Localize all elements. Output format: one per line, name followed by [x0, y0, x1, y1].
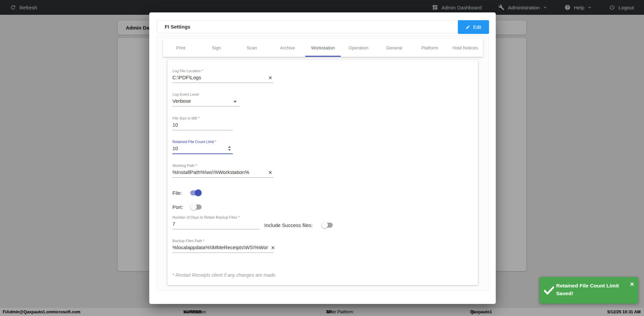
log-file-location-input[interactable]: [172, 75, 274, 83]
dialog-header: FI Settings Edit: [157, 20, 489, 33]
edit-button[interactable]: Edit: [458, 20, 489, 34]
toggle-thumb: [190, 204, 197, 210]
required-mark: *: [215, 140, 216, 144]
file-size-input[interactable]: [172, 122, 233, 130]
tab-scan[interactable]: Scan: [234, 39, 270, 57]
file-toggle-row: File:: [172, 188, 202, 197]
days-to-retain-input[interactable]: [172, 221, 260, 229]
port-toggle-row: Port:: [172, 202, 202, 211]
log-file-location-label: Log File Location *: [172, 69, 274, 73]
working-path-input[interactable]: [172, 169, 274, 178]
retained-file-count-field: Retained File Count Limit *: [172, 140, 233, 154]
tab-hold-notices[interactable]: Hold Notices: [447, 39, 483, 57]
log-event-level-select[interactable]: Verbose: [172, 98, 239, 106]
working-path-field: Working Path * ✕: [172, 164, 274, 178]
port-toggle-label: Port:: [172, 204, 190, 210]
checkmark-icon: [544, 286, 554, 295]
port-toggle[interactable]: [190, 205, 202, 210]
clear-icon[interactable]: ✕: [271, 245, 275, 250]
include-success-toggle[interactable]: [321, 223, 333, 228]
dialog-title: FI Settings: [157, 24, 191, 30]
tab-sign[interactable]: Sign: [199, 39, 234, 57]
toast-message-line1: Retained File Count Limit: [556, 282, 623, 289]
backup-files-path-label: Backup Files Path *: [172, 239, 274, 243]
file-toggle-label: File:: [172, 190, 190, 196]
success-toast: Retained File Count Limit Saved! ✕: [539, 277, 638, 304]
tab-archive[interactable]: Archive: [270, 39, 305, 57]
file-size-label: File Size in MB *: [172, 116, 233, 120]
spinner-up-icon[interactable]: [228, 146, 231, 148]
tab-platform[interactable]: Platform: [412, 39, 447, 57]
days-to-retain-field: Number of Days to Retain Backup Files *: [172, 215, 260, 229]
clear-icon[interactable]: ✕: [268, 75, 272, 80]
restart-note: * Restart Receipts client if any changes…: [172, 272, 277, 278]
include-success-label: Include Success files:: [264, 222, 313, 228]
pencil-icon: [466, 25, 470, 30]
toast-message: Retained File Count Limit Saved!: [556, 282, 623, 297]
file-toggle[interactable]: [190, 190, 202, 195]
tab-operation[interactable]: Operation: [341, 39, 376, 57]
clear-icon[interactable]: ✕: [268, 170, 272, 175]
tab-print[interactable]: Print: [163, 39, 199, 57]
working-path-label: Working Path *: [172, 164, 274, 168]
include-success-row: Include Success files:: [264, 221, 333, 229]
toast-close-icon[interactable]: ✕: [630, 282, 634, 287]
workstation-settings-form: Log File Location * ✕ Log Event Level Ve…: [167, 60, 478, 285]
fi-settings-dialog: FI Settings Edit Print Sign Scan Archive…: [149, 12, 496, 304]
backup-files-path-field: Backup Files Path * ✕: [172, 239, 274, 253]
log-event-level-label: Log Event Level: [172, 92, 239, 96]
settings-tab-panel: Print Sign Scan Archive Workstation Oper…: [157, 36, 489, 291]
toggle-thumb: [195, 189, 202, 196]
log-file-location-field: Log File Location * ✕: [172, 69, 274, 83]
number-spinner[interactable]: [228, 146, 231, 151]
retained-file-count-input[interactable]: [172, 145, 233, 154]
backup-files-path-input[interactable]: [172, 244, 274, 253]
toast-message-line2: Saved!: [556, 289, 623, 297]
tab-workstation[interactable]: Workstation: [305, 39, 341, 57]
tabs-bar: Print Sign Scan Archive Workstation Oper…: [163, 39, 483, 57]
spinner-down-icon[interactable]: [228, 149, 231, 151]
tab-general[interactable]: General: [376, 39, 412, 57]
edit-button-label: Edit: [473, 25, 481, 30]
days-to-retain-label: Number of Days to Retain Backup Files *: [172, 215, 260, 219]
dropdown-arrow-icon: [233, 101, 237, 103]
retained-file-count-label: Retained File Count Limit *: [172, 140, 233, 144]
file-size-field: File Size in MB *: [172, 116, 233, 130]
log-event-level-field: Log Event Level Verbose: [172, 92, 239, 106]
